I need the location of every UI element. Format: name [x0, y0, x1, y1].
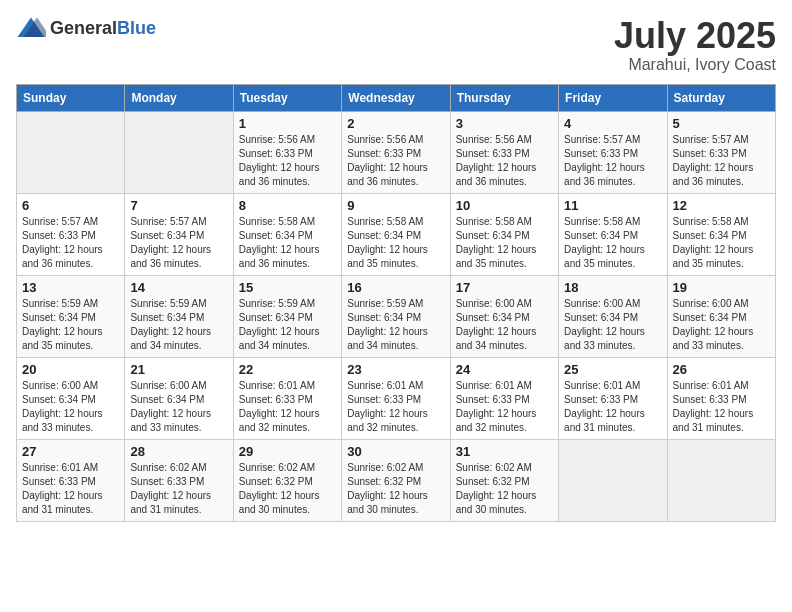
logo-icon [16, 16, 46, 40]
day-info: Sunrise: 6:01 AM Sunset: 6:33 PM Dayligh… [347, 379, 444, 435]
calendar-cell: 4Sunrise: 5:57 AM Sunset: 6:33 PM Daylig… [559, 111, 667, 193]
day-number: 2 [347, 116, 444, 131]
day-number: 3 [456, 116, 553, 131]
day-info: Sunrise: 5:57 AM Sunset: 6:33 PM Dayligh… [564, 133, 661, 189]
day-info: Sunrise: 5:59 AM Sunset: 6:34 PM Dayligh… [130, 297, 227, 353]
day-info: Sunrise: 6:01 AM Sunset: 6:33 PM Dayligh… [239, 379, 336, 435]
day-number: 19 [673, 280, 770, 295]
calendar-cell [17, 111, 125, 193]
calendar-cell: 9Sunrise: 5:58 AM Sunset: 6:34 PM Daylig… [342, 193, 450, 275]
calendar-cell: 28Sunrise: 6:02 AM Sunset: 6:33 PM Dayli… [125, 439, 233, 521]
calendar-cell: 8Sunrise: 5:58 AM Sunset: 6:34 PM Daylig… [233, 193, 341, 275]
page-header: GeneralBlue July 2025 Marahui, Ivory Coa… [16, 16, 776, 74]
calendar-cell: 21Sunrise: 6:00 AM Sunset: 6:34 PM Dayli… [125, 357, 233, 439]
calendar-cell: 27Sunrise: 6:01 AM Sunset: 6:33 PM Dayli… [17, 439, 125, 521]
day-info: Sunrise: 5:59 AM Sunset: 6:34 PM Dayligh… [347, 297, 444, 353]
calendar-cell [125, 111, 233, 193]
day-info: Sunrise: 6:00 AM Sunset: 6:34 PM Dayligh… [564, 297, 661, 353]
calendar-table: Sunday Monday Tuesday Wednesday Thursday… [16, 84, 776, 522]
day-info: Sunrise: 5:58 AM Sunset: 6:34 PM Dayligh… [564, 215, 661, 271]
header-saturday: Saturday [667, 84, 775, 111]
day-info: Sunrise: 6:01 AM Sunset: 6:33 PM Dayligh… [564, 379, 661, 435]
calendar-week-row: 13Sunrise: 5:59 AM Sunset: 6:34 PM Dayli… [17, 275, 776, 357]
day-info: Sunrise: 5:56 AM Sunset: 6:33 PM Dayligh… [456, 133, 553, 189]
calendar-cell: 16Sunrise: 5:59 AM Sunset: 6:34 PM Dayli… [342, 275, 450, 357]
calendar-cell: 31Sunrise: 6:02 AM Sunset: 6:32 PM Dayli… [450, 439, 558, 521]
day-info: Sunrise: 6:00 AM Sunset: 6:34 PM Dayligh… [456, 297, 553, 353]
day-number: 31 [456, 444, 553, 459]
day-number: 28 [130, 444, 227, 459]
day-number: 12 [673, 198, 770, 213]
logo-blue: Blue [117, 18, 156, 38]
day-number: 1 [239, 116, 336, 131]
weekday-header-row: Sunday Monday Tuesday Wednesday Thursday… [17, 84, 776, 111]
calendar-cell: 19Sunrise: 6:00 AM Sunset: 6:34 PM Dayli… [667, 275, 775, 357]
calendar-cell: 13Sunrise: 5:59 AM Sunset: 6:34 PM Dayli… [17, 275, 125, 357]
day-number: 21 [130, 362, 227, 377]
day-info: Sunrise: 5:56 AM Sunset: 6:33 PM Dayligh… [347, 133, 444, 189]
day-number: 11 [564, 198, 661, 213]
calendar-cell: 24Sunrise: 6:01 AM Sunset: 6:33 PM Dayli… [450, 357, 558, 439]
calendar-cell: 5Sunrise: 5:57 AM Sunset: 6:33 PM Daylig… [667, 111, 775, 193]
month-title: July 2025 [614, 16, 776, 56]
header-friday: Friday [559, 84, 667, 111]
day-info: Sunrise: 6:02 AM Sunset: 6:33 PM Dayligh… [130, 461, 227, 517]
calendar-cell: 18Sunrise: 6:00 AM Sunset: 6:34 PM Dayli… [559, 275, 667, 357]
calendar-cell [559, 439, 667, 521]
header-wednesday: Wednesday [342, 84, 450, 111]
calendar-week-row: 27Sunrise: 6:01 AM Sunset: 6:33 PM Dayli… [17, 439, 776, 521]
calendar-cell: 26Sunrise: 6:01 AM Sunset: 6:33 PM Dayli… [667, 357, 775, 439]
day-number: 10 [456, 198, 553, 213]
day-info: Sunrise: 6:01 AM Sunset: 6:33 PM Dayligh… [22, 461, 119, 517]
day-number: 13 [22, 280, 119, 295]
day-info: Sunrise: 6:00 AM Sunset: 6:34 PM Dayligh… [22, 379, 119, 435]
calendar-cell: 6Sunrise: 5:57 AM Sunset: 6:33 PM Daylig… [17, 193, 125, 275]
calendar-cell: 22Sunrise: 6:01 AM Sunset: 6:33 PM Dayli… [233, 357, 341, 439]
day-info: Sunrise: 5:58 AM Sunset: 6:34 PM Dayligh… [673, 215, 770, 271]
day-info: Sunrise: 6:01 AM Sunset: 6:33 PM Dayligh… [456, 379, 553, 435]
day-number: 22 [239, 362, 336, 377]
day-number: 9 [347, 198, 444, 213]
calendar-cell: 11Sunrise: 5:58 AM Sunset: 6:34 PM Dayli… [559, 193, 667, 275]
calendar-cell: 20Sunrise: 6:00 AM Sunset: 6:34 PM Dayli… [17, 357, 125, 439]
day-info: Sunrise: 6:02 AM Sunset: 6:32 PM Dayligh… [239, 461, 336, 517]
day-number: 24 [456, 362, 553, 377]
day-info: Sunrise: 5:57 AM Sunset: 6:34 PM Dayligh… [130, 215, 227, 271]
day-info: Sunrise: 5:57 AM Sunset: 6:33 PM Dayligh… [22, 215, 119, 271]
logo: GeneralBlue [16, 16, 156, 40]
calendar-cell: 30Sunrise: 6:02 AM Sunset: 6:32 PM Dayli… [342, 439, 450, 521]
day-number: 20 [22, 362, 119, 377]
calendar-cell: 1Sunrise: 5:56 AM Sunset: 6:33 PM Daylig… [233, 111, 341, 193]
day-number: 30 [347, 444, 444, 459]
day-info: Sunrise: 6:00 AM Sunset: 6:34 PM Dayligh… [673, 297, 770, 353]
day-info: Sunrise: 5:56 AM Sunset: 6:33 PM Dayligh… [239, 133, 336, 189]
calendar-week-row: 20Sunrise: 6:00 AM Sunset: 6:34 PM Dayli… [17, 357, 776, 439]
day-info: Sunrise: 5:57 AM Sunset: 6:33 PM Dayligh… [673, 133, 770, 189]
header-sunday: Sunday [17, 84, 125, 111]
day-number: 23 [347, 362, 444, 377]
day-info: Sunrise: 6:00 AM Sunset: 6:34 PM Dayligh… [130, 379, 227, 435]
day-info: Sunrise: 5:58 AM Sunset: 6:34 PM Dayligh… [456, 215, 553, 271]
day-info: Sunrise: 5:59 AM Sunset: 6:34 PM Dayligh… [239, 297, 336, 353]
header-tuesday: Tuesday [233, 84, 341, 111]
calendar-cell: 7Sunrise: 5:57 AM Sunset: 6:34 PM Daylig… [125, 193, 233, 275]
calendar-cell: 3Sunrise: 5:56 AM Sunset: 6:33 PM Daylig… [450, 111, 558, 193]
day-number: 6 [22, 198, 119, 213]
day-number: 16 [347, 280, 444, 295]
day-info: Sunrise: 5:58 AM Sunset: 6:34 PM Dayligh… [239, 215, 336, 271]
day-number: 5 [673, 116, 770, 131]
day-number: 4 [564, 116, 661, 131]
location-title: Marahui, Ivory Coast [614, 56, 776, 74]
day-number: 25 [564, 362, 661, 377]
calendar-cell [667, 439, 775, 521]
day-number: 14 [130, 280, 227, 295]
day-number: 29 [239, 444, 336, 459]
day-number: 26 [673, 362, 770, 377]
calendar-cell: 29Sunrise: 6:02 AM Sunset: 6:32 PM Dayli… [233, 439, 341, 521]
calendar-week-row: 1Sunrise: 5:56 AM Sunset: 6:33 PM Daylig… [17, 111, 776, 193]
day-number: 27 [22, 444, 119, 459]
calendar-cell: 12Sunrise: 5:58 AM Sunset: 6:34 PM Dayli… [667, 193, 775, 275]
calendar-cell: 23Sunrise: 6:01 AM Sunset: 6:33 PM Dayli… [342, 357, 450, 439]
logo-general: General [50, 18, 117, 38]
title-block: July 2025 Marahui, Ivory Coast [614, 16, 776, 74]
